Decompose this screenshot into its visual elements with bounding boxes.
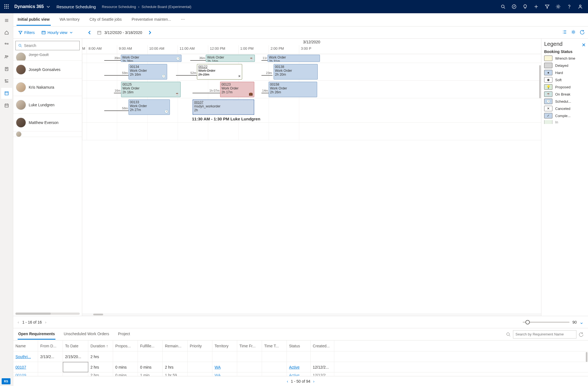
requirement-search-input[interactable] (513, 330, 576, 339)
breadcrumb-item[interactable]: Resource Scheduling (102, 5, 136, 9)
grid-row[interactable]: 001072 hrs0 mins0 mins2 hrsWAActive12/12… (13, 362, 588, 372)
booking-card[interactable]: Work Order2h 24m☕ (206, 55, 255, 62)
resource-list-icon[interactable] (1, 76, 12, 87)
breadcrumb-item[interactable]: Schedule Board (Experimental) (141, 5, 191, 9)
grid-cell[interactable]: 00109 (13, 372, 38, 376)
app-launcher-icon[interactable] (2, 2, 11, 11)
resource-row[interactable]: Matthew Everson (13, 114, 82, 131)
schedule-board-icon[interactable] (1, 88, 12, 99)
column-header[interactable]: Propos... (113, 340, 138, 351)
filter-icon[interactable] (542, 1, 553, 12)
timeline-row[interactable]: 59m00134Work Order2h 16m🕒52m00122Work Or… (82, 63, 541, 81)
booking-card[interactable]: 00133Work Order2h 27m🕒 (129, 99, 170, 115)
booking-card[interactable]: Work Order2h 31m (268, 55, 320, 62)
resource-row[interactable] (13, 131, 82, 137)
column-header[interactable]: Fulfille... (138, 340, 163, 351)
list-icon[interactable] (562, 30, 567, 35)
search-icon[interactable] (506, 332, 511, 337)
people-list-icon[interactable] (1, 39, 12, 50)
zoom-slider[interactable]: 90 ⌄ (523, 319, 584, 325)
column-header[interactable]: Name (13, 340, 38, 351)
resource-row[interactable]: Joseph Gonsalves (13, 61, 82, 78)
next-range-button[interactable] (146, 29, 154, 36)
prev-page-icon[interactable]: ‹ (287, 379, 288, 384)
grid-cell[interactable]: Active (287, 372, 311, 376)
search-input[interactable] (24, 43, 77, 48)
people-icon[interactable] (1, 51, 12, 62)
column-header[interactable]: To Date (63, 340, 88, 351)
next-page-icon[interactable]: › (313, 379, 314, 384)
close-icon[interactable]: ✕ (582, 42, 586, 48)
resource-row[interactable]: Kris Nakamura (13, 78, 82, 96)
column-header[interactable]: Status (287, 340, 311, 351)
booking-card[interactable]: 00122Work Order2h 23m✕ (197, 64, 242, 80)
grid-cell[interactable]: WA (212, 362, 237, 372)
timeline-body[interactable]: 39mWork Order2h 38m🕒36mWork Order2h 24m☕… (82, 54, 541, 313)
search-icon[interactable] (498, 1, 509, 12)
grid-row[interactable]: Southri...2/13/2...2/15/20...2 hrs (13, 351, 588, 362)
prev-page-icon[interactable]: ‹ (18, 320, 19, 324)
area-name[interactable]: Resource Scheduling (57, 4, 96, 9)
timeline-row[interactable]: 58m00133Work Order2h 27m🕒00107msdyn_work… (82, 98, 541, 123)
tab-project[interactable]: Project (117, 329, 131, 340)
tab-wa-territory[interactable]: WA territory (58, 14, 81, 26)
timeline-vscroll[interactable] (539, 54, 541, 316)
more-tabs-icon[interactable]: ⋯ (180, 14, 186, 26)
grid-cell[interactable]: WA (212, 372, 237, 376)
grid-cell[interactable]: 00107 (13, 362, 38, 372)
column-header[interactable]: Territory (212, 340, 237, 351)
column-header[interactable]: Priority (188, 340, 212, 351)
timeline-row[interactable] (82, 123, 541, 140)
column-header[interactable]: Remain... (163, 340, 188, 351)
booking-card[interactable]: 00134Work Order2h 16m🕒 (129, 64, 167, 80)
view-selector[interactable]: Hourly view (40, 29, 75, 36)
tab-open-requirements[interactable]: Open Requirements (18, 329, 55, 340)
gear-icon[interactable] (571, 30, 576, 35)
home-icon[interactable] (1, 27, 12, 38)
booking-card[interactable]: Work Order2h 38m🕒 (121, 55, 181, 62)
tab-initial-public-view[interactable]: Initial public view (17, 14, 51, 26)
prev-range-button[interactable] (85, 29, 94, 36)
refresh-icon[interactable] (580, 30, 585, 35)
tab-preventative[interactable]: Preventative mainten... (130, 14, 172, 26)
filters-button[interactable]: Filters (17, 29, 36, 36)
column-header[interactable]: Duration↑ (88, 340, 113, 351)
help-icon[interactable] (564, 1, 575, 12)
resource-row[interactable]: Luke Lundgren (13, 96, 82, 114)
grid-cell[interactable]: Active (287, 362, 311, 372)
date-range-picker[interactable]: 3/12/2020 - 3/18/2020 (97, 30, 142, 35)
timeline-row[interactable]: 39mWork Order2h 38m🕒36mWork Order2h 24m☕… (82, 54, 541, 63)
gear-icon[interactable] (553, 1, 564, 12)
tab-city-seattle[interactable]: City of Seattle jobs (89, 14, 123, 26)
grid-cell[interactable]: Southri... (13, 351, 38, 362)
timeline-hscroll[interactable] (82, 313, 541, 316)
column-header[interactable]: Time Fr... (237, 340, 262, 351)
area-badge[interactable]: RS (2, 378, 10, 384)
column-header[interactable]: From D... (38, 340, 63, 351)
booking-card[interactable]: 00125Work Order2h 16m☕ (121, 82, 181, 97)
timeline-row[interactable]: 16m00125Work Order2h 16m☕1h 07m00123Work… (82, 81, 541, 98)
refresh-icon[interactable] (579, 332, 584, 337)
grid-row[interactable]: 001092 hrs0 mins1 min1 hr 59WAActive12/1… (13, 372, 588, 376)
user-icon[interactable] (575, 1, 586, 12)
slider-knob[interactable] (525, 320, 530, 324)
booking-card[interactable]: 00158Work Order2h 26m (269, 82, 317, 97)
booking-card[interactable]: 00138Work Order2h 20m (274, 64, 318, 80)
task-icon[interactable] (509, 1, 520, 12)
next-page-icon[interactable]: › (45, 320, 47, 324)
column-header[interactable]: Time T... (262, 340, 287, 351)
booking-card[interactable]: 00123Work Order2h 17m💼 (220, 82, 254, 97)
hamburger-icon[interactable] (1, 15, 12, 26)
chevron-down-icon[interactable]: ⌄ (579, 319, 584, 325)
grid-vscroll[interactable] (586, 352, 587, 362)
tab-unscheduled-wo[interactable]: Unscheduled Work Orders (63, 329, 110, 340)
column-header[interactable]: Created... (311, 340, 334, 351)
app-name[interactable]: Dynamics 365 (14, 4, 50, 9)
add-icon[interactable] (531, 1, 542, 12)
calendar-icon[interactable] (1, 100, 12, 111)
lightbulb-icon[interactable] (520, 1, 531, 12)
clipboard-icon[interactable] (1, 64, 12, 75)
horizontal-scrollbar[interactable] (15, 313, 80, 315)
resource-row[interactable]: Jorge Gault (13, 52, 82, 61)
resource-search[interactable] (15, 41, 80, 50)
